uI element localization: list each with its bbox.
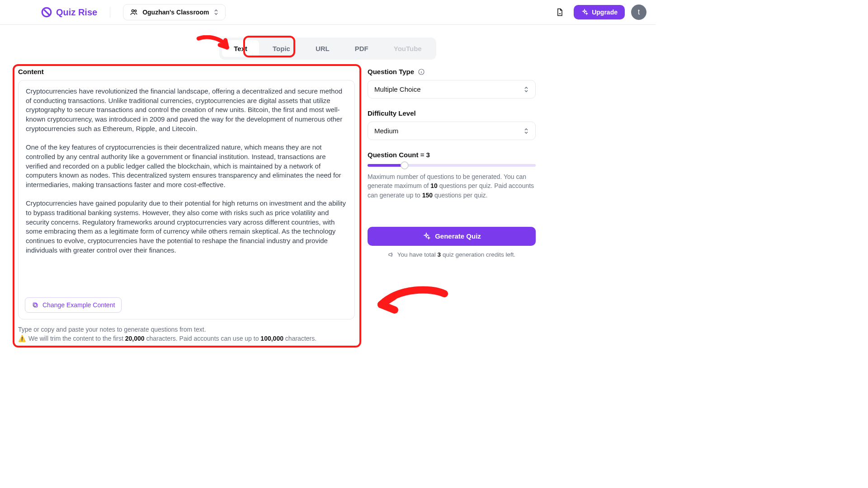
divider [110, 7, 110, 18]
logo-icon [41, 6, 52, 18]
question-type-value: Multiple Choice [374, 85, 421, 93]
sparkles-icon [422, 232, 430, 240]
avatar-letter: t [638, 8, 640, 16]
content-text: Cryptocurrencies have revolutionized the… [26, 87, 347, 255]
content-hints: Type or copy and paste your notes to gen… [18, 326, 355, 342]
copy-icon [32, 301, 39, 309]
info-icon[interactable] [418, 68, 425, 75]
app-name: Quiz Rise [56, 7, 97, 18]
tab-pdf[interactable]: PDF [343, 40, 380, 57]
difficulty-select[interactable]: Medium [368, 122, 536, 140]
app-logo: Quiz Rise [41, 6, 97, 18]
sparkles-icon [581, 9, 588, 16]
slider-fill [368, 164, 405, 167]
svg-point-2 [135, 10, 137, 12]
input-type-tabs: Text Topic URL PDF YouTube [219, 38, 436, 60]
generate-label: Generate Quiz [435, 232, 481, 240]
tab-url[interactable]: URL [304, 40, 341, 57]
credits-text: You have total 3 quiz generation credits… [368, 251, 536, 258]
svg-point-1 [132, 10, 134, 12]
header: Quiz Rise Oguzhan's Classroom Upgrade t [0, 0, 656, 25]
chevrons-up-down-icon [213, 9, 219, 15]
content-textarea[interactable]: Cryptocurrencies have revolutionized the… [18, 80, 355, 319]
change-example-button[interactable]: Change Example Content [25, 297, 122, 313]
chevrons-up-down-icon [524, 128, 529, 134]
svg-rect-3 [34, 304, 37, 307]
change-example-label: Change Example Content [42, 301, 115, 309]
difficulty-label: Difficulty Level [368, 109, 536, 117]
generate-quiz-button[interactable]: Generate Quiz [368, 227, 536, 246]
annotation-arrow-1 [195, 35, 236, 60]
tab-youtube[interactable]: YouTube [382, 40, 434, 57]
hint-1: Type or copy and paste your notes to gen… [18, 326, 355, 333]
warning-icon: ⚠️ [18, 335, 26, 342]
slider-thumb[interactable] [401, 161, 409, 169]
svg-rect-4 [33, 303, 36, 306]
document-button[interactable] [552, 5, 567, 20]
file-icon [555, 8, 564, 17]
annotation-arrow-2 [368, 286, 449, 322]
chevrons-up-down-icon [524, 86, 529, 93]
classroom-selector[interactable]: Oguzhan's Classroom [123, 4, 226, 20]
question-type-label: Question Type [368, 68, 536, 75]
question-type-select[interactable]: Multiple Choice [368, 80, 536, 99]
megaphone-icon [388, 251, 395, 258]
hint-2: We will trim the content to the first 20… [28, 335, 316, 342]
question-count-slider[interactable] [368, 164, 536, 167]
upgrade-label: Upgrade [592, 9, 618, 16]
upgrade-button[interactable]: Upgrade [574, 5, 625, 19]
question-count-label: Question Count = 3 [368, 151, 536, 159]
users-icon [130, 8, 138, 16]
avatar[interactable]: t [631, 5, 646, 20]
content-label: Content [18, 68, 355, 75]
classroom-label: Oguzhan's Classroom [142, 9, 209, 16]
tab-topic[interactable]: Topic [261, 40, 302, 57]
question-count-help: Maximum number of questions to be genera… [368, 172, 536, 200]
difficulty-value: Medium [374, 127, 398, 135]
